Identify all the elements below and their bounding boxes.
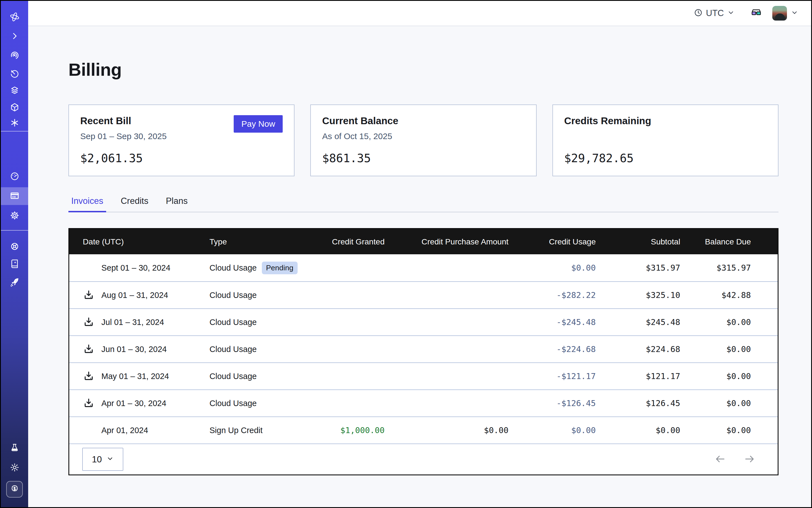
credit-usage-value: -$245.48 bbox=[509, 318, 596, 327]
subtotal-value: $315.97 bbox=[596, 263, 680, 272]
sidebar-divider bbox=[1, 230, 28, 230]
balance-due-value: $0.00 bbox=[680, 372, 778, 381]
layers-icon bbox=[10, 86, 19, 95]
sidebar-item-labs[interactable] bbox=[1, 441, 28, 455]
balance-due-value: $0.00 bbox=[680, 344, 778, 354]
subtotal-value: $121.17 bbox=[596, 372, 680, 381]
as-of-date: As of Oct 15, 2025 bbox=[322, 131, 524, 141]
credits-remaining-amount: $29,782.65 bbox=[564, 152, 767, 165]
invoice-date: Apr 01, 2024 bbox=[101, 426, 148, 435]
download-icon[interactable] bbox=[83, 397, 95, 409]
history-timer-icon bbox=[10, 69, 19, 79]
cube-icon bbox=[10, 102, 19, 112]
previous-page-button[interactable] bbox=[715, 453, 726, 465]
chevron-down-icon bbox=[727, 9, 735, 17]
download-icon[interactable] bbox=[83, 343, 95, 355]
column-header-credit-granted: Credit Granted bbox=[314, 237, 385, 246]
app-window: UTC Billing Recent Bill bbox=[0, 0, 812, 508]
column-header-date-utc-: Date (UTC) bbox=[69, 237, 196, 246]
tab-invoices[interactable]: Invoices bbox=[69, 196, 106, 212]
table-body: Sept 01 – 30, 2024Cloud UsagePending$0.0… bbox=[69, 254, 778, 443]
invoice-row: Aug 01 – 31, 2024Cloud Usage-$282.22$325… bbox=[69, 281, 778, 308]
subtotal-value: $325.10 bbox=[596, 290, 680, 300]
balance-due-value: $0.00 bbox=[680, 318, 778, 327]
gear-icon bbox=[10, 211, 19, 220]
credit-usage-value: -$224.68 bbox=[509, 344, 596, 354]
billing-period: Sep 01 – Sep 30, 2025 bbox=[80, 131, 283, 141]
invoice-row: Jun 01 – 30, 2024Cloud Usage-$224.68$224… bbox=[69, 335, 778, 363]
page-size-select[interactable]: 10 bbox=[82, 448, 123, 471]
download-icon[interactable] bbox=[83, 370, 95, 382]
main-area: UTC Billing Recent Bill bbox=[28, 1, 811, 507]
reader-mode-button[interactable] bbox=[751, 8, 762, 19]
invoice-date: May 01 – 31, 2024 bbox=[101, 372, 169, 381]
chevron-right-icon bbox=[10, 32, 19, 41]
sidebar-item-history[interactable] bbox=[1, 67, 28, 81]
recent-bill-card: Recent Bill Sep 01 – Sep 30, 2025 $2,061… bbox=[69, 104, 295, 176]
download-invoice-button[interactable] bbox=[83, 370, 101, 382]
invoice-date: Jun 01 – 30, 2024 bbox=[101, 345, 167, 354]
credits-shortcut-button[interactable] bbox=[6, 481, 23, 498]
invoice-date: Apr 01 – 30, 2024 bbox=[101, 399, 166, 408]
topbar: UTC bbox=[28, 1, 811, 26]
sidebar-item-dashboard[interactable] bbox=[1, 170, 28, 183]
download-invoice-button[interactable] bbox=[83, 343, 101, 355]
theme-toggle-button[interactable] bbox=[1, 461, 28, 474]
table-header: Date (UTC)TypeCredit GrantedCredit Purch… bbox=[69, 229, 778, 254]
credit-usage-value: -$282.22 bbox=[509, 290, 596, 300]
user-menu[interactable] bbox=[772, 6, 798, 20]
credit-purchase-value: $0.00 bbox=[385, 425, 509, 435]
sidebar-divider bbox=[1, 131, 28, 131]
credits-remaining-card: Credits Remaining $29,782.65 bbox=[552, 104, 778, 176]
summary-cards: Recent Bill Sep 01 – Sep 30, 2025 $2,061… bbox=[69, 104, 778, 176]
orbit-logo-icon bbox=[9, 11, 20, 22]
sidebar-item-packages[interactable] bbox=[1, 100, 28, 114]
balance-due-value: $42.88 bbox=[680, 290, 778, 300]
download-invoice-button[interactable] bbox=[83, 289, 101, 301]
sidebar-item-admin[interactable] bbox=[1, 240, 28, 253]
invoices-table: Date (UTC)TypeCredit GrantedCredit Purch… bbox=[69, 228, 778, 475]
sidebar-item-layers[interactable] bbox=[1, 84, 28, 97]
recent-bill-amount: $2,061.35 bbox=[80, 152, 283, 165]
sun-icon bbox=[10, 463, 19, 472]
credit-usage-value: $0.00 bbox=[509, 425, 596, 435]
balance-due-value: $0.00 bbox=[680, 398, 778, 408]
invoice-row: Jul 01 – 31, 2024Cloud Usage-$245.48$245… bbox=[69, 308, 778, 335]
timezone-label: UTC bbox=[706, 8, 724, 18]
sidebar-item-observe[interactable] bbox=[1, 48, 28, 62]
download-invoice-button[interactable] bbox=[83, 316, 101, 328]
tab-plans[interactable]: Plans bbox=[163, 196, 190, 212]
download-icon[interactable] bbox=[83, 316, 95, 328]
tab-credits[interactable]: Credits bbox=[118, 196, 151, 212]
sidebar bbox=[1, 1, 28, 507]
billing-tabs: InvoicesCreditsPlans bbox=[69, 196, 778, 212]
download-invoice-button[interactable] bbox=[83, 397, 101, 409]
dollar-badge-icon bbox=[10, 484, 19, 494]
invoice-type: Cloud Usage bbox=[210, 318, 257, 327]
sidebar-item-docs[interactable] bbox=[1, 257, 28, 270]
sidebar-item-billing[interactable] bbox=[1, 187, 28, 205]
timezone-selector[interactable]: UTC bbox=[694, 8, 735, 18]
current-balance-amount: $861.35 bbox=[322, 152, 524, 165]
chevron-down-icon bbox=[106, 454, 114, 465]
column-header-balance-due: Balance Due bbox=[680, 237, 778, 246]
credit-usage-value: -$121.17 bbox=[509, 372, 596, 381]
pay-now-button[interactable]: Pay Now bbox=[234, 115, 283, 133]
download-icon[interactable] bbox=[83, 289, 95, 301]
card-title: Current Balance bbox=[322, 115, 524, 126]
sidebar-item-services[interactable] bbox=[1, 116, 28, 130]
invoice-type: Cloud Usage bbox=[210, 399, 257, 408]
arrow-left-icon bbox=[715, 453, 726, 465]
invoice-row: May 01 – 31, 2024Cloud Usage-$121.17$121… bbox=[69, 363, 778, 389]
glasses-icon bbox=[751, 8, 762, 19]
invoice-type: Cloud Usage bbox=[210, 291, 257, 300]
next-page-button[interactable] bbox=[744, 453, 755, 465]
sidebar-item-getting-started[interactable] bbox=[1, 276, 28, 289]
app-logo[interactable] bbox=[1, 10, 28, 24]
invoice-type: Sign Up Credit bbox=[210, 426, 263, 435]
expand-sidebar-button[interactable] bbox=[1, 29, 28, 43]
column-header-subtotal: Subtotal bbox=[596, 237, 680, 246]
invoice-date: Jul 01 – 31, 2024 bbox=[101, 318, 164, 327]
column-header-credit-purchase-amount: Credit Purchase Amount bbox=[385, 237, 509, 246]
sidebar-item-settings[interactable] bbox=[1, 209, 28, 222]
